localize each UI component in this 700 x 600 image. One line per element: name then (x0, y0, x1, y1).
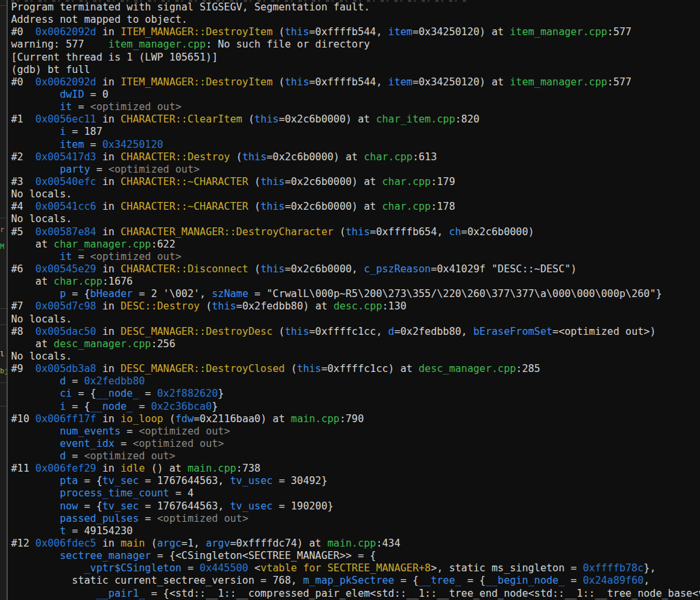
terminal-line: Address not mapped to object. (11, 14, 700, 26)
terminal-text-segment: : No such file or directory (206, 38, 370, 50)
terminal-text-segment (11, 438, 60, 450)
terminal-line: Program terminated with signal SIGSEGV, … (11, 1, 700, 14)
terminal-text-segment: desc_manager.cpp (418, 363, 516, 375)
terminal-text-segment: c_pszReason (364, 263, 431, 275)
terminal-text-segment (11, 388, 60, 399)
terminal-text-segment (11, 375, 60, 387)
terminal-text-segment: this (285, 76, 309, 88)
sliver-text-fragment: r (0, 226, 7, 234)
terminal-line: it = <optimized out> (11, 251, 700, 263)
terminal-text-segment: in (96, 413, 121, 425)
terminal-text-segment (11, 401, 60, 412)
terminal-text-segment: =0x2c6b0000) at (285, 201, 382, 212)
terminal-line: #7 0x005d7c98 in DESC::Destroy (this=0x2… (11, 300, 700, 313)
terminal-line: #10 0x006ff17f in io_loop (fdw=0x2116baa… (11, 413, 700, 425)
terminal-line: warning: 577 item_manager.cpp: No such f… (11, 38, 700, 51)
terminal-text-segment: #6 (11, 263, 35, 275)
terminal-text-segment: char.cpp (53, 276, 102, 287)
terminal-text-segment: this (285, 26, 309, 38)
sliver-divider-line (0, 308, 7, 309)
terminal-text-segment: this (285, 326, 309, 337)
terminal-text-segment: DESC::Destroy (121, 300, 199, 312)
terminal-text-segment: = 30492} (272, 475, 327, 487)
terminal-text-segment: #12 (11, 537, 35, 549)
terminal-text-segment: argv (206, 537, 230, 549)
terminal-line: #5 0x00587e84 in CHARACTER_MANAGER::Dest… (11, 226, 700, 238)
terminal-text-segment: passed_pulses (60, 513, 139, 524)
terminal-line: No locals. (11, 213, 700, 225)
terminal-text-segment: = (72, 101, 90, 113)
terminal-text-segment: = { (72, 388, 96, 399)
terminal-text-segment: in (96, 363, 121, 375)
terminal-text-segment (11, 525, 60, 537)
terminal-text-segment: __node_ (96, 388, 139, 399)
terminal-text-segment: = 2 '\002', (133, 288, 212, 300)
terminal-text-segment: #11 (11, 463, 35, 474)
terminal-text-segment: t (60, 525, 66, 537)
terminal-text-segment: main.cpp (188, 463, 237, 474)
terminal-line: at char_manager.cpp:622 (11, 238, 700, 251)
terminal-text-segment: d (388, 326, 394, 337)
terminal-text-segment: at (11, 276, 53, 287)
terminal-text-segment: CHARACTER::ClearItem (121, 113, 242, 125)
terminal-text-segment: DESC_MANAGER::DestroyDesc (121, 326, 272, 337)
terminal-line: __pair1_ = {<std::__1::__compressed_pair… (11, 588, 700, 600)
sliver-divider-line (0, 5, 7, 6)
terminal-text-segment: tv_usec (230, 475, 272, 487)
terminal-text-segment: = { (78, 475, 102, 487)
terminal-line: passed_pulses = <optimized out> (11, 513, 700, 525)
terminal-text-segment: ( (230, 151, 242, 163)
terminal-text-segment: in (96, 26, 121, 38)
terminal-text-segment (11, 562, 84, 574)
terminal-text-segment: ( (163, 413, 175, 425)
terminal-text-segment: ITEM_MANAGER::DestroyItem (121, 76, 272, 88)
terminal-text-segment: it (60, 101, 72, 113)
terminal-text-segment: :178 (431, 201, 455, 212)
terminal-text-segment: 0x005417d3 (35, 151, 96, 163)
terminal-text-segment: 0x2c36bca0 (151, 401, 212, 412)
terminal-text-segment: #10 (11, 413, 35, 425)
terminal-text-segment: } (218, 388, 224, 399)
terminal-line: pta = {tv_sec = 1767644563, tv_usec = 30… (11, 475, 700, 487)
terminal-text-segment: 0x0056ec11 (35, 113, 96, 125)
terminal-text-segment: = (72, 251, 90, 263)
terminal-text-segment: }, (644, 562, 656, 574)
sliver-divider-line (0, 324, 7, 325)
terminal-text-segment (11, 288, 60, 300)
terminal-text-segment: = 49154230 (66, 525, 133, 537)
terminal-line: #9 0x005db3a8 in DESC_MANAGER::DestroyCl… (11, 363, 700, 375)
terminal-text-segment: 0x00541cc6 (35, 201, 96, 212)
terminal-text-segment: at (11, 238, 53, 250)
terminal-text-segment: =0xffffc1cc) at (321, 363, 418, 375)
terminal-text-segment (11, 513, 60, 524)
terminal-text-segment: =0xffffb544, (309, 76, 388, 88)
terminal-text-segment: = 1767644563, (139, 500, 230, 512)
terminal-text-segment: :256 (151, 338, 175, 350)
terminal-text-segment (11, 251, 60, 263)
terminal-text-segment: this (261, 201, 285, 212)
terminal-text-segment: Address not mapped to object. (11, 14, 188, 25)
terminal-text-segment: = (139, 388, 157, 399)
terminal-text-segment: in (96, 300, 121, 312)
terminal-text-segment: in (96, 76, 121, 88)
terminal-line: #2 0x005417d3 in CHARACTER::Destroy (thi… (11, 151, 700, 164)
terminal-line: sectree_manager = {<CSingleton<SECTREE_M… (11, 550, 700, 562)
terminal-text-segment: p (60, 288, 66, 300)
terminal-text-segment: = (66, 450, 84, 462)
terminal-text-segment: it (60, 251, 72, 263)
terminal-line: #12 0x006fdec5 in main (argc=1, argv=0xf… (11, 537, 700, 550)
terminal-text-segment: static current_sectree_version = 768, (11, 575, 303, 586)
terminal-text-segment: CHARACTER::~CHARACTER (121, 176, 248, 188)
terminal-text-segment: ( (272, 26, 285, 38)
terminal-output[interactable]: Program terminated with signal SIGSEGV, … (8, 0, 700, 600)
terminal-text-segment: 0xffffb78c (583, 562, 643, 574)
terminal-text-segment: io_loop (121, 413, 163, 425)
terminal-text-segment: <optimized out> (90, 101, 181, 113)
terminal-text-segment: main.cpp (327, 537, 376, 549)
terminal-text-segment: tv_sec (102, 475, 139, 487)
terminal-text-segment: :1676 (102, 276, 133, 287)
terminal-text-segment: at (11, 338, 53, 350)
terminal-text-segment: = { (66, 288, 90, 300)
terminal-line: No locals. (11, 313, 700, 326)
terminal-text-segment: = 0 (84, 89, 108, 100)
